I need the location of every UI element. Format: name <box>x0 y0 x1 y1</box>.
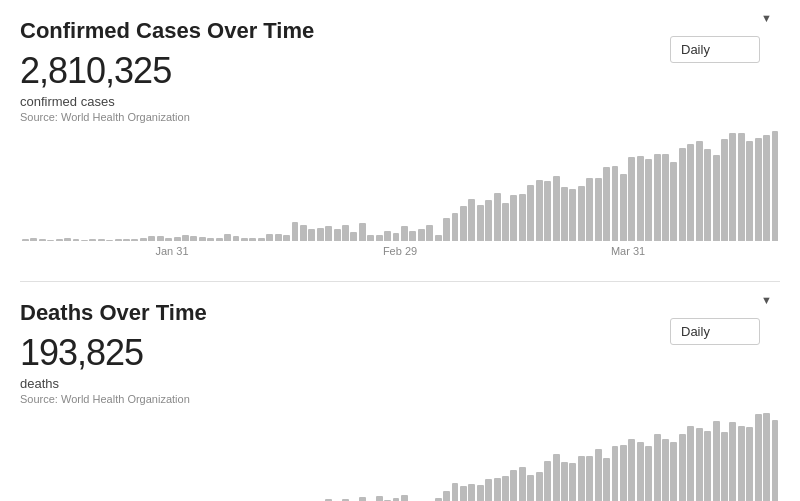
chart-bar <box>435 498 442 501</box>
chart-bar <box>670 162 677 241</box>
chart-bar <box>275 234 282 241</box>
chart-bar <box>603 167 610 241</box>
chart-bar <box>561 187 568 241</box>
chart-bar <box>544 461 551 501</box>
chart-bar <box>452 213 459 241</box>
deaths-section: Deaths Over Time Daily Weekly Monthly ▼ … <box>0 282 800 501</box>
chart-bar <box>654 434 661 501</box>
chart-bar <box>502 476 509 501</box>
chart-bar <box>679 148 686 241</box>
chart-bar <box>460 486 467 501</box>
chart-bar <box>224 234 231 241</box>
chart-bar <box>258 238 265 241</box>
chart-bar <box>645 159 652 241</box>
chart-bar <box>738 426 745 501</box>
chart-bar <box>98 239 105 241</box>
chart-bar <box>729 133 736 241</box>
chart-bar <box>216 238 223 241</box>
chart-bar <box>376 496 383 501</box>
chart-bar <box>527 475 534 501</box>
chart-bar <box>233 236 240 241</box>
chart-bar <box>721 139 728 241</box>
chart-bar <box>477 485 484 501</box>
chart-bar <box>628 157 635 241</box>
chart-bar <box>510 195 517 241</box>
chart-bar <box>494 478 501 501</box>
chart-bar <box>283 235 290 241</box>
chart-bar <box>334 229 341 241</box>
x-label-jan31: Jan 31 <box>155 245 188 257</box>
confirmed-x-axis: Jan 31 Feb 29 Mar 31 <box>20 245 780 265</box>
chart-bar <box>586 178 593 241</box>
chart-bar <box>536 180 543 241</box>
deaths-bars <box>20 413 780 501</box>
chart-bar <box>704 149 711 241</box>
chart-bar <box>468 484 475 501</box>
chart-bar <box>140 238 147 241</box>
chart-bar <box>182 235 189 241</box>
chart-bar <box>22 239 29 241</box>
chart-bar <box>721 432 728 501</box>
chart-bar <box>317 228 324 241</box>
chart-bar <box>401 495 408 501</box>
chart-bar <box>620 445 627 501</box>
chart-bar <box>367 235 374 241</box>
chart-bar <box>81 240 88 241</box>
chart-bar <box>755 414 762 501</box>
chart-bar <box>325 226 332 241</box>
chart-bar <box>662 154 669 241</box>
chart-bar <box>39 239 46 241</box>
chart-bar <box>174 237 181 241</box>
deaths-title: Deaths Over Time <box>20 300 780 326</box>
confirmed-chart: Jan 31 Feb 29 Mar 31 <box>20 131 780 271</box>
chart-bar <box>199 237 206 241</box>
chart-bar <box>47 240 54 241</box>
deaths-source: Source: World Health Organization <box>20 393 780 405</box>
chart-bar <box>443 218 450 241</box>
confirmed-cases-section: Confirmed Cases Over Time Daily Weekly M… <box>0 0 800 281</box>
chart-bar <box>56 239 63 241</box>
chart-bar <box>662 439 669 501</box>
chart-bar <box>477 205 484 241</box>
chart-bar <box>249 238 256 241</box>
chart-bar <box>595 449 602 501</box>
chart-bar <box>679 434 686 501</box>
chart-bar <box>527 185 534 241</box>
chart-bar <box>645 446 652 501</box>
deaths-dropdown[interactable]: Daily Weekly Monthly <box>670 318 760 345</box>
chart-bar <box>157 236 164 241</box>
chart-bar <box>586 456 593 501</box>
chart-bar <box>64 238 71 241</box>
chart-bar <box>553 454 560 501</box>
confirmed-bars <box>20 131 780 241</box>
chart-bar <box>131 239 138 241</box>
chart-bar <box>384 231 391 241</box>
chart-bar <box>350 232 357 241</box>
chart-bar <box>612 446 619 501</box>
deaths-label: deaths <box>20 376 780 391</box>
chart-bar <box>165 238 172 241</box>
chart-bar <box>207 238 214 241</box>
chart-bar <box>452 483 459 501</box>
chart-bar <box>696 141 703 241</box>
confirmed-source: Source: World Health Organization <box>20 111 780 123</box>
chart-bar <box>713 155 720 241</box>
chart-bar <box>342 225 349 241</box>
chart-bar <box>300 225 307 241</box>
chart-bar <box>148 236 155 241</box>
x-label-feb29: Feb 29 <box>383 245 417 257</box>
chart-bar <box>569 189 576 241</box>
chart-bar <box>190 236 197 241</box>
chart-bar <box>654 154 661 241</box>
chart-bar <box>687 426 694 501</box>
deaths-count: 193,825 <box>20 332 780 374</box>
chart-bar <box>772 420 779 501</box>
confirmed-dropdown[interactable]: Daily Weekly Monthly <box>670 36 760 63</box>
chart-bar <box>443 491 450 501</box>
chart-bar <box>670 442 677 501</box>
chart-bar <box>115 239 122 241</box>
chart-bar <box>401 226 408 241</box>
chart-bar <box>73 239 80 241</box>
chart-bar <box>603 458 610 501</box>
chart-bar <box>704 431 711 501</box>
